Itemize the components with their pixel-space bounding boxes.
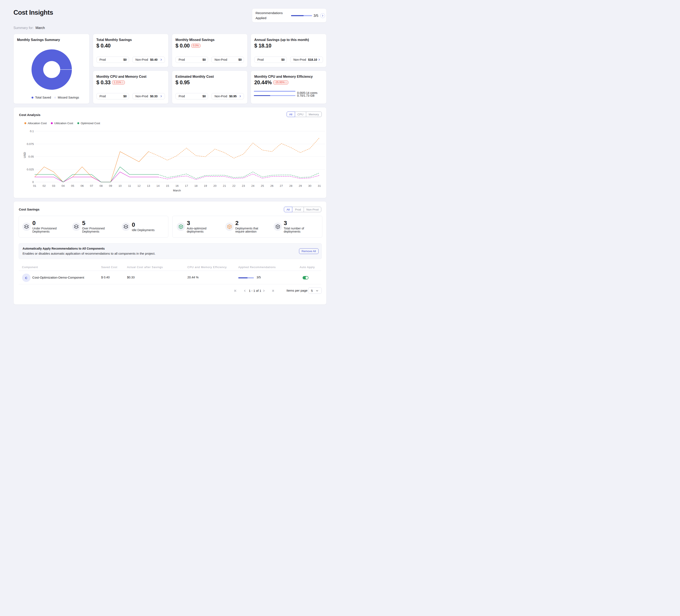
svg-text:0.1: 0.1 [30,129,34,133]
svg-text:USD: USD [23,152,26,158]
svg-text:07: 07 [90,184,93,187]
svg-text:11: 11 [128,184,131,187]
svg-text:31: 31 [318,184,321,187]
svg-text:18: 18 [194,184,198,187]
svg-text:29: 29 [299,184,302,187]
svg-text:03: 03 [52,184,55,187]
svg-text:01: 01 [33,184,36,187]
svg-text:21: 21 [223,184,226,187]
svg-text:14: 14 [157,184,160,187]
svg-text:13: 13 [147,184,150,187]
svg-text:04: 04 [62,184,65,187]
svg-text:27: 27 [280,184,283,187]
svg-text:30: 30 [308,184,311,187]
svg-text:09: 09 [109,184,112,187]
svg-text:23: 23 [242,184,245,187]
svg-text:17: 17 [185,184,188,187]
svg-text:0.025: 0.025 [27,168,34,171]
svg-text:0.075: 0.075 [27,142,34,146]
svg-text:25: 25 [261,184,264,187]
svg-text:24: 24 [251,184,255,187]
svg-text:15: 15 [166,184,169,187]
svg-text:05: 05 [71,184,74,187]
svg-text:22: 22 [232,184,235,187]
svg-text:02: 02 [42,184,46,187]
svg-text:0: 0 [32,180,34,184]
svg-text:08: 08 [100,184,103,187]
svg-text:0.05: 0.05 [28,155,34,158]
svg-text:10: 10 [118,184,122,187]
svg-text:28: 28 [289,184,292,187]
svg-text:19: 19 [204,184,207,187]
svg-text:March: March [173,189,181,192]
svg-text:16: 16 [175,184,179,187]
svg-text:26: 26 [270,184,274,187]
svg-text:12: 12 [137,184,141,187]
svg-text:06: 06 [81,184,84,187]
svg-text:20: 20 [213,184,217,187]
